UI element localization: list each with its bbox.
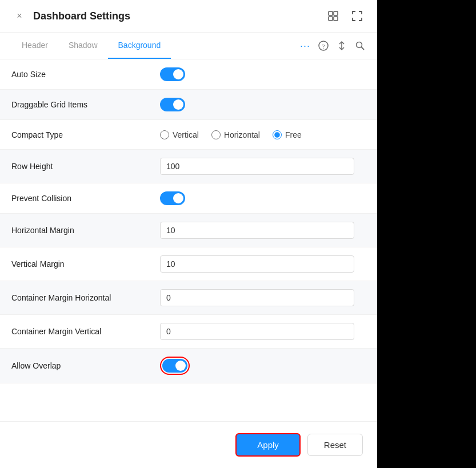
allow-overlap-control bbox=[160, 357, 365, 375]
row-draggable-grid: Draggable Grid Items bbox=[0, 90, 377, 120]
search-icon[interactable] bbox=[355, 41, 365, 51]
container-margin-v-input[interactable] bbox=[160, 323, 354, 340]
row-height-input[interactable] bbox=[160, 158, 354, 175]
radio-horizontal[interactable]: Horizontal bbox=[211, 130, 260, 139]
auto-size-control bbox=[160, 67, 365, 81]
radio-free[interactable]: Free bbox=[273, 130, 302, 139]
tabs-bar: Header Shadow Background ··· ? bbox=[0, 33, 377, 59]
row-horizontal-margin: Horizontal Margin bbox=[0, 214, 377, 247]
close-icon[interactable]: × bbox=[11, 8, 27, 24]
help-icon[interactable]: ? bbox=[318, 41, 329, 51]
prevent-collision-toggle[interactable] bbox=[160, 191, 185, 205]
allow-overlap-toggle[interactable] bbox=[162, 359, 187, 373]
compact-type-radio-group: Vertical Horizontal Free bbox=[160, 130, 302, 139]
radio-horizontal-input[interactable] bbox=[211, 130, 221, 139]
row-auto-size: Auto Size bbox=[0, 59, 377, 90]
apply-button[interactable]: Apply bbox=[235, 433, 301, 457]
prevent-collision-control bbox=[160, 191, 365, 205]
container-margin-v-label: Container Margin Vertical bbox=[11, 327, 160, 336]
settings-content: Auto Size Draggable Grid Items Compact T… bbox=[0, 59, 377, 421]
row-container-margin-v: Container Margin Vertical bbox=[0, 315, 377, 349]
expand-icon[interactable] bbox=[349, 8, 365, 24]
row-container-margin-h: Container Margin Horizontal bbox=[0, 281, 377, 315]
tab-header[interactable]: Header bbox=[11, 33, 58, 59]
panel-header: × Dashboard Settings bbox=[0, 0, 377, 33]
allow-overlap-highlight bbox=[160, 357, 190, 375]
radio-horizontal-label: Horizontal bbox=[224, 130, 260, 139]
radio-vertical-label: Vertical bbox=[173, 130, 199, 139]
row-vertical-margin: Vertical Margin bbox=[0, 247, 377, 281]
container-margin-h-label: Container Margin Horizontal bbox=[11, 293, 160, 302]
draggable-grid-label: Draggable Grid Items bbox=[11, 100, 160, 109]
radio-vertical[interactable]: Vertical bbox=[160, 130, 199, 139]
tab-shadow[interactable]: Shadow bbox=[58, 33, 108, 59]
draggable-grid-control bbox=[160, 98, 365, 111]
auto-size-toggle[interactable] bbox=[160, 67, 185, 81]
vertical-margin-input[interactable] bbox=[160, 255, 354, 273]
row-compact-type: Compact Type Vertical Horizontal Free bbox=[0, 120, 377, 150]
radio-vertical-input[interactable] bbox=[160, 130, 169, 139]
container-margin-v-control bbox=[160, 323, 365, 340]
compact-type-label: Compact Type bbox=[11, 130, 160, 139]
sort-icon[interactable] bbox=[337, 41, 347, 51]
panel-title: Dashboard Settings bbox=[33, 10, 319, 22]
auto-size-label: Auto Size bbox=[11, 70, 160, 79]
vertical-margin-label: Vertical Margin bbox=[11, 259, 160, 269]
radio-free-input[interactable] bbox=[273, 130, 282, 139]
horizontal-margin-label: Horizontal Margin bbox=[11, 226, 160, 235]
reset-button[interactable]: Reset bbox=[307, 434, 363, 456]
more-icon[interactable]: ··· bbox=[300, 40, 310, 52]
panel-footer: Apply Reset bbox=[0, 421, 377, 468]
horizontal-margin-input[interactable] bbox=[160, 222, 354, 239]
layout-icon[interactable] bbox=[325, 8, 341, 24]
svg-text:?: ? bbox=[322, 43, 325, 50]
vertical-margin-control bbox=[160, 255, 365, 273]
row-prevent-collision: Prevent Collision bbox=[0, 183, 377, 214]
row-height-control bbox=[160, 158, 365, 175]
svg-rect-3 bbox=[334, 17, 338, 21]
header-icons bbox=[325, 8, 365, 24]
svg-rect-2 bbox=[329, 17, 333, 21]
container-margin-h-input[interactable] bbox=[160, 289, 354, 306]
horizontal-margin-control bbox=[160, 222, 365, 239]
prevent-collision-label: Prevent Collision bbox=[11, 194, 160, 203]
container-margin-h-control bbox=[160, 289, 365, 306]
svg-line-8 bbox=[362, 47, 365, 50]
svg-point-7 bbox=[357, 42, 362, 48]
tab-background[interactable]: Background bbox=[108, 33, 171, 59]
compact-type-control: Vertical Horizontal Free bbox=[160, 130, 365, 139]
row-row-height: Row Height bbox=[0, 150, 377, 183]
radio-free-label: Free bbox=[285, 130, 302, 139]
row-allow-overlap: Allow Overlap bbox=[0, 349, 377, 383]
tab-actions: ··· ? bbox=[295, 40, 365, 52]
row-height-label: Row Height bbox=[11, 162, 160, 171]
settings-panel: × Dashboard Settings bbox=[0, 0, 377, 468]
svg-rect-0 bbox=[329, 11, 333, 15]
draggable-grid-toggle[interactable] bbox=[160, 98, 185, 111]
svg-rect-1 bbox=[334, 11, 338, 15]
allow-overlap-label: Allow Overlap bbox=[11, 361, 160, 370]
